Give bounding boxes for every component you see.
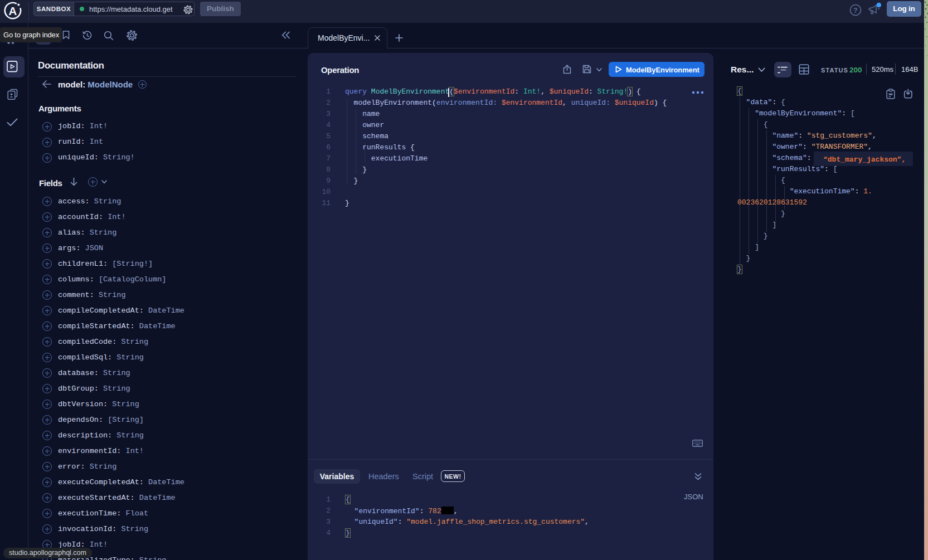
svg-text:?: ?	[853, 7, 857, 14]
svg-text:A: A	[9, 4, 17, 17]
